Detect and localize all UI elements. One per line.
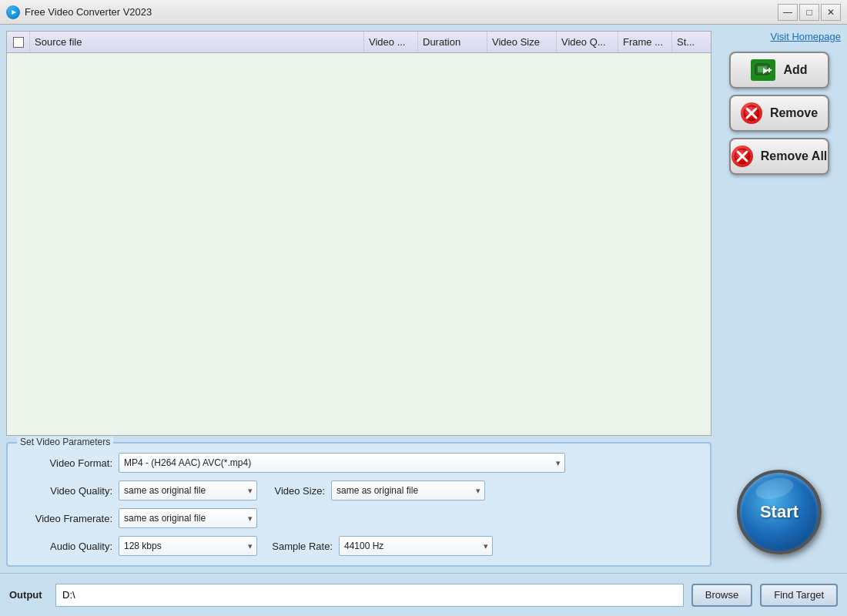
title-bar-left: Free Video Converter V2023 (6, 5, 152, 19)
add-icon (751, 59, 775, 81)
col-duration-header: Duration (418, 32, 487, 52)
left-panel: Source file Video ... Duration Video Siz… (6, 31, 711, 567)
video-framerate-label: Video Framerate: (20, 513, 112, 524)
video-format-select[interactable]: MP4 - (H264 AAC) AVC(*.mp4) AVI - (XviD … (119, 453, 565, 473)
start-btn-wrap: Start (737, 181, 822, 567)
video-format-row: Video Format: MP4 - (H264 AAC) AVC(*.mp4… (20, 453, 698, 473)
output-path-input[interactable] (55, 584, 684, 607)
output-bar: Output Browse Find Target (0, 573, 847, 616)
app-icon (6, 5, 20, 19)
remove-all-button-label: Remove All (761, 149, 828, 163)
video-size-label: Video Size: (263, 485, 325, 497)
video-framerate-select[interactable]: same as original file 24 fps 25 fps 30 f… (119, 508, 257, 528)
sample-rate-label: Sample Rate: (263, 541, 333, 552)
col-video-q-header: Video Q... (557, 32, 618, 52)
remove-button-label: Remove (770, 106, 818, 120)
audio-quality-row: Audio Quality: 128 kbps 64 kbps 96 kbps … (20, 536, 698, 556)
minimize-button[interactable]: — (778, 4, 798, 21)
audio-quality-label: Audio Quality: (20, 541, 112, 552)
table-header: Source file Video ... Duration Video Siz… (7, 32, 711, 53)
browse-button[interactable]: Browse (691, 584, 752, 607)
col-video-fmt-header: Video ... (364, 32, 418, 52)
remove-all-button[interactable]: Remove All (729, 138, 829, 175)
params-panel: Set Video Parameters Video Format: MP4 -… (6, 442, 711, 567)
add-button-label: Add (783, 63, 807, 77)
visit-homepage-link[interactable]: Visit Homepage (770, 31, 841, 42)
main-content: Source file Video ... Duration Video Siz… (0, 25, 847, 573)
col-frame-header: Frame ... (618, 32, 672, 52)
title-bar: Free Video Converter V2023 — □ ✕ (0, 0, 847, 25)
col-st-header: St... (672, 32, 711, 52)
output-label: Output (9, 589, 48, 601)
video-size-select-wrap[interactable]: same as original file 1920x1080 1280x720… (331, 480, 485, 500)
video-size-select[interactable]: same as original file 1920x1080 1280x720… (331, 480, 485, 500)
remove-all-icon (732, 146, 753, 167)
file-table-body (7, 53, 711, 435)
close-button[interactable]: ✕ (821, 4, 841, 21)
video-framerate-row: Video Framerate: same as original file 2… (20, 508, 698, 528)
select-all-checkbox-col[interactable] (7, 32, 30, 52)
params-panel-title: Set Video Parameters (17, 437, 113, 447)
sample-rate-select[interactable]: 44100 Hz 22050 Hz 32000 Hz 48000 Hz (339, 536, 493, 556)
file-table-container: Source file Video ... Duration Video Siz… (6, 31, 711, 436)
video-format-select-wrap[interactable]: MP4 - (H264 AAC) AVC(*.mp4) AVI - (XviD … (119, 453, 565, 473)
remove-icon (741, 102, 762, 124)
right-panel: Visit Homepage Add (718, 31, 841, 567)
video-quality-select-wrap[interactable]: same as original file High Quality Mediu… (119, 480, 257, 500)
col-source-header: Source file (30, 32, 364, 52)
video-framerate-select-wrap[interactable]: same as original file 24 fps 25 fps 30 f… (119, 508, 257, 528)
maximize-button[interactable]: □ (799, 4, 819, 21)
find-target-button[interactable]: Find Target (760, 584, 838, 607)
select-all-checkbox[interactable] (13, 37, 24, 48)
video-quality-label: Video Quality: (20, 485, 112, 497)
video-quality-select[interactable]: same as original file High Quality Mediu… (119, 480, 257, 500)
audio-quality-select-wrap[interactable]: 128 kbps 64 kbps 96 kbps 192 kbps 256 kb… (119, 536, 257, 556)
col-video-size-header: Video Size (487, 32, 557, 52)
window-controls: — □ ✕ (778, 4, 841, 21)
start-button[interactable]: Start (737, 470, 822, 554)
add-button[interactable]: Add (729, 52, 829, 89)
video-quality-row: Video Quality: same as original file Hig… (20, 480, 698, 500)
svg-rect-6 (768, 68, 770, 72)
start-button-label: Start (760, 502, 798, 522)
audio-quality-select[interactable]: 128 kbps 64 kbps 96 kbps 192 kbps 256 kb… (119, 536, 257, 556)
remove-button[interactable]: Remove (729, 95, 829, 132)
window-title: Free Video Converter V2023 (25, 6, 152, 18)
video-format-label: Video Format: (20, 457, 112, 469)
sample-rate-select-wrap[interactable]: 44100 Hz 22050 Hz 32000 Hz 48000 Hz (339, 536, 493, 556)
